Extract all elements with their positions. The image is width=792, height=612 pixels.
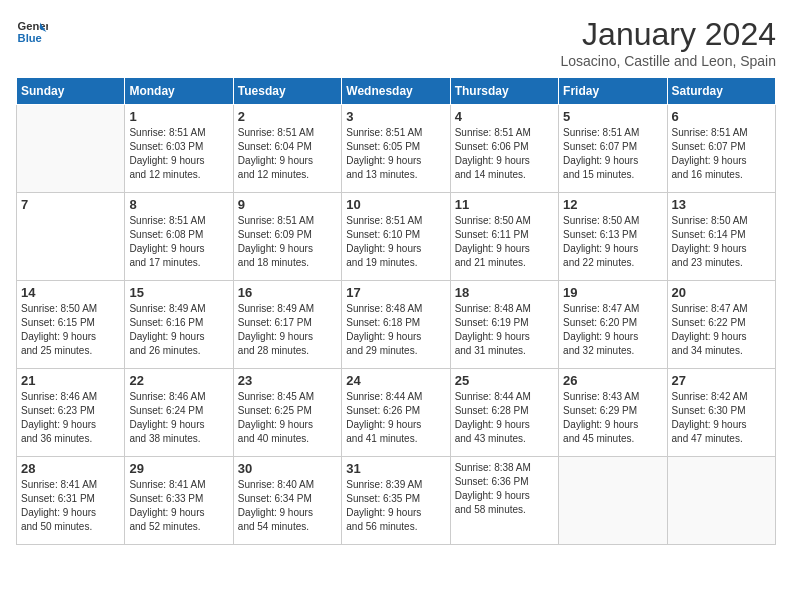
weekday-header-thursday: Thursday: [450, 78, 558, 105]
calendar-cell: 4Sunrise: 8:51 AM Sunset: 6:06 PM Daylig…: [450, 105, 558, 193]
calendar-cell: 21Sunrise: 8:46 AM Sunset: 6:23 PM Dayli…: [17, 369, 125, 457]
day-info: Sunrise: 8:49 AM Sunset: 6:16 PM Dayligh…: [129, 302, 228, 358]
day-number: 8: [129, 197, 228, 212]
day-info: Sunrise: 8:51 AM Sunset: 6:07 PM Dayligh…: [672, 126, 771, 182]
day-number: 24: [346, 373, 445, 388]
week-row-2: 78Sunrise: 8:51 AM Sunset: 6:08 PM Dayli…: [17, 193, 776, 281]
calendar-cell: 16Sunrise: 8:49 AM Sunset: 6:17 PM Dayli…: [233, 281, 341, 369]
day-number: 1: [129, 109, 228, 124]
week-row-3: 14Sunrise: 8:50 AM Sunset: 6:15 PM Dayli…: [17, 281, 776, 369]
calendar-cell: 14Sunrise: 8:50 AM Sunset: 6:15 PM Dayli…: [17, 281, 125, 369]
day-number: 9: [238, 197, 337, 212]
svg-text:General: General: [18, 20, 48, 32]
calendar-cell: 26Sunrise: 8:43 AM Sunset: 6:29 PM Dayli…: [559, 369, 667, 457]
day-info: Sunrise: 8:39 AM Sunset: 6:35 PM Dayligh…: [346, 478, 445, 534]
day-number: 29: [129, 461, 228, 476]
day-info: Sunrise: 8:44 AM Sunset: 6:26 PM Dayligh…: [346, 390, 445, 446]
calendar-cell: 30Sunrise: 8:40 AM Sunset: 6:34 PM Dayli…: [233, 457, 341, 545]
day-info: Sunrise: 8:40 AM Sunset: 6:34 PM Dayligh…: [238, 478, 337, 534]
weekday-header-monday: Monday: [125, 78, 233, 105]
calendar-cell: 28Sunrise: 8:41 AM Sunset: 6:31 PM Dayli…: [17, 457, 125, 545]
calendar-cell: 23Sunrise: 8:45 AM Sunset: 6:25 PM Dayli…: [233, 369, 341, 457]
week-row-4: 21Sunrise: 8:46 AM Sunset: 6:23 PM Dayli…: [17, 369, 776, 457]
day-info: Sunrise: 8:46 AM Sunset: 6:23 PM Dayligh…: [21, 390, 120, 446]
day-info: Sunrise: 8:47 AM Sunset: 6:20 PM Dayligh…: [563, 302, 662, 358]
calendar-cell: 20Sunrise: 8:47 AM Sunset: 6:22 PM Dayli…: [667, 281, 775, 369]
weekday-header-saturday: Saturday: [667, 78, 775, 105]
week-row-1: 1Sunrise: 8:51 AM Sunset: 6:03 PM Daylig…: [17, 105, 776, 193]
day-info: Sunrise: 8:45 AM Sunset: 6:25 PM Dayligh…: [238, 390, 337, 446]
day-info: Sunrise: 8:51 AM Sunset: 6:04 PM Dayligh…: [238, 126, 337, 182]
day-info: Sunrise: 8:50 AM Sunset: 6:15 PM Dayligh…: [21, 302, 120, 358]
day-number: 3: [346, 109, 445, 124]
calendar-cell: 6Sunrise: 8:51 AM Sunset: 6:07 PM Daylig…: [667, 105, 775, 193]
calendar-cell: 8Sunrise: 8:51 AM Sunset: 6:08 PM Daylig…: [125, 193, 233, 281]
calendar-cell: 15Sunrise: 8:49 AM Sunset: 6:16 PM Dayli…: [125, 281, 233, 369]
title-area: January 2024 Losacino, Castille and Leon…: [560, 16, 776, 69]
day-info: Sunrise: 8:47 AM Sunset: 6:22 PM Dayligh…: [672, 302, 771, 358]
day-info: Sunrise: 8:41 AM Sunset: 6:31 PM Dayligh…: [21, 478, 120, 534]
calendar-cell: 12Sunrise: 8:50 AM Sunset: 6:13 PM Dayli…: [559, 193, 667, 281]
day-info: Sunrise: 8:51 AM Sunset: 6:05 PM Dayligh…: [346, 126, 445, 182]
day-info: Sunrise: 8:43 AM Sunset: 6:29 PM Dayligh…: [563, 390, 662, 446]
calendar-cell: 3Sunrise: 8:51 AM Sunset: 6:05 PM Daylig…: [342, 105, 450, 193]
calendar-cell: 9Sunrise: 8:51 AM Sunset: 6:09 PM Daylig…: [233, 193, 341, 281]
day-number: 5: [563, 109, 662, 124]
calendar-cell: 1Sunrise: 8:51 AM Sunset: 6:03 PM Daylig…: [125, 105, 233, 193]
day-number: 11: [455, 197, 554, 212]
calendar-cell: 22Sunrise: 8:46 AM Sunset: 6:24 PM Dayli…: [125, 369, 233, 457]
day-number: 19: [563, 285, 662, 300]
logo-icon: General Blue: [16, 16, 48, 48]
day-number: 23: [238, 373, 337, 388]
day-number: 4: [455, 109, 554, 124]
day-info: Sunrise: 8:50 AM Sunset: 6:13 PM Dayligh…: [563, 214, 662, 270]
day-number: 14: [21, 285, 120, 300]
day-info: Sunrise: 8:50 AM Sunset: 6:14 PM Dayligh…: [672, 214, 771, 270]
day-info: Sunrise: 8:51 AM Sunset: 6:10 PM Dayligh…: [346, 214, 445, 270]
calendar-cell: 13Sunrise: 8:50 AM Sunset: 6:14 PM Dayli…: [667, 193, 775, 281]
day-number: 10: [346, 197, 445, 212]
day-number: 16: [238, 285, 337, 300]
day-info: Sunrise: 8:51 AM Sunset: 6:09 PM Dayligh…: [238, 214, 337, 270]
day-info: Sunrise: 8:48 AM Sunset: 6:18 PM Dayligh…: [346, 302, 445, 358]
day-number: 7: [21, 197, 120, 212]
day-number: 18: [455, 285, 554, 300]
day-info: Sunrise: 8:44 AM Sunset: 6:28 PM Dayligh…: [455, 390, 554, 446]
day-number: 22: [129, 373, 228, 388]
day-info: Sunrise: 8:38 AM Sunset: 6:36 PM Dayligh…: [455, 461, 554, 517]
day-info: Sunrise: 8:51 AM Sunset: 6:03 PM Dayligh…: [129, 126, 228, 182]
calendar-table: SundayMondayTuesdayWednesdayThursdayFrid…: [16, 77, 776, 545]
calendar-cell: [17, 105, 125, 193]
calendar-cell: 18Sunrise: 8:48 AM Sunset: 6:19 PM Dayli…: [450, 281, 558, 369]
calendar-cell: Sunrise: 8:38 AM Sunset: 6:36 PM Dayligh…: [450, 457, 558, 545]
weekday-header-tuesday: Tuesday: [233, 78, 341, 105]
calendar-title: January 2024: [560, 16, 776, 53]
logo: General Blue: [16, 16, 48, 48]
weekday-header-friday: Friday: [559, 78, 667, 105]
calendar-cell: 2Sunrise: 8:51 AM Sunset: 6:04 PM Daylig…: [233, 105, 341, 193]
day-number: 28: [21, 461, 120, 476]
day-number: 15: [129, 285, 228, 300]
calendar-cell: 31Sunrise: 8:39 AM Sunset: 6:35 PM Dayli…: [342, 457, 450, 545]
calendar-cell: 29Sunrise: 8:41 AM Sunset: 6:33 PM Dayli…: [125, 457, 233, 545]
day-info: Sunrise: 8:46 AM Sunset: 6:24 PM Dayligh…: [129, 390, 228, 446]
day-number: 26: [563, 373, 662, 388]
day-info: Sunrise: 8:42 AM Sunset: 6:30 PM Dayligh…: [672, 390, 771, 446]
day-info: Sunrise: 8:51 AM Sunset: 6:07 PM Dayligh…: [563, 126, 662, 182]
day-number: 27: [672, 373, 771, 388]
day-number: 6: [672, 109, 771, 124]
day-info: Sunrise: 8:41 AM Sunset: 6:33 PM Dayligh…: [129, 478, 228, 534]
day-info: Sunrise: 8:49 AM Sunset: 6:17 PM Dayligh…: [238, 302, 337, 358]
calendar-cell: 19Sunrise: 8:47 AM Sunset: 6:20 PM Dayli…: [559, 281, 667, 369]
day-number: 30: [238, 461, 337, 476]
day-number: 12: [563, 197, 662, 212]
day-number: 21: [21, 373, 120, 388]
day-number: 17: [346, 285, 445, 300]
calendar-cell: 10Sunrise: 8:51 AM Sunset: 6:10 PM Dayli…: [342, 193, 450, 281]
day-info: Sunrise: 8:51 AM Sunset: 6:06 PM Dayligh…: [455, 126, 554, 182]
day-info: Sunrise: 8:48 AM Sunset: 6:19 PM Dayligh…: [455, 302, 554, 358]
day-info: Sunrise: 8:51 AM Sunset: 6:08 PM Dayligh…: [129, 214, 228, 270]
calendar-cell: 5Sunrise: 8:51 AM Sunset: 6:07 PM Daylig…: [559, 105, 667, 193]
day-number: 13: [672, 197, 771, 212]
calendar-cell: 7: [17, 193, 125, 281]
